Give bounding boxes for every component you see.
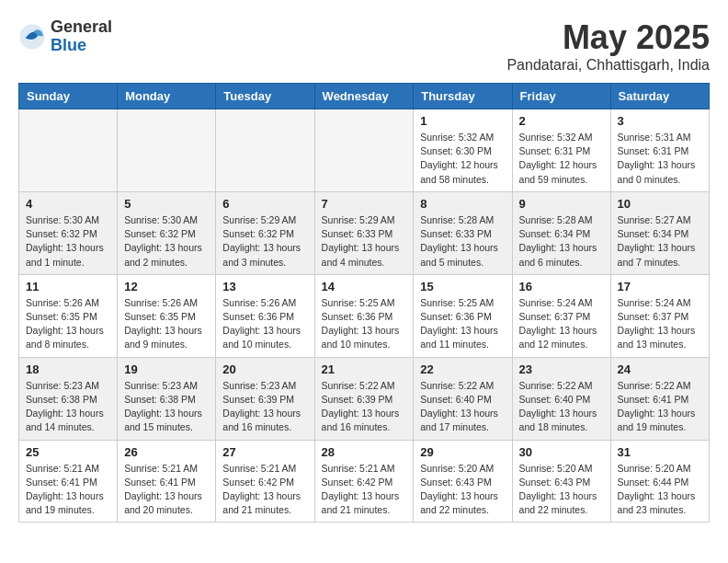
day-number: 7 — [322, 197, 407, 211]
day-info: Sunrise: 5:22 AMSunset: 6:39 PMDaylight:… — [322, 379, 407, 435]
day-number: 6 — [222, 197, 307, 211]
day-info: Sunrise: 5:25 AMSunset: 6:36 PMDaylight:… — [420, 296, 505, 352]
day-number: 24 — [618, 362, 702, 376]
weekday-header-saturday: Saturday — [610, 84, 709, 109]
day-info: Sunrise: 5:28 AMSunset: 6:33 PMDaylight:… — [420, 213, 505, 270]
day-info: Sunrise: 5:22 AMSunset: 6:40 PMDaylight:… — [420, 379, 505, 435]
calendar-cell: 5Sunrise: 5:30 AMSunset: 6:32 PMDaylight… — [118, 191, 216, 274]
calendar-week-row: 4Sunrise: 5:30 AMSunset: 6:32 PMDaylight… — [19, 191, 710, 274]
calendar-cell: 15Sunrise: 5:25 AMSunset: 6:36 PMDayligh… — [414, 274, 512, 357]
day-info: Sunrise: 5:25 AMSunset: 6:36 PMDaylight:… — [322, 296, 407, 352]
day-info: Sunrise: 5:26 AMSunset: 6:35 PMDaylight:… — [124, 296, 209, 352]
calendar-cell: 17Sunrise: 5:24 AMSunset: 6:37 PMDayligh… — [610, 274, 709, 357]
calendar-week-row: 25Sunrise: 5:21 AMSunset: 6:41 PMDayligh… — [19, 440, 710, 523]
day-number: 2 — [519, 114, 604, 128]
day-number: 1 — [420, 114, 505, 128]
weekday-header-thursday: Thursday — [414, 84, 512, 109]
day-number: 8 — [420, 197, 505, 211]
day-info: Sunrise: 5:21 AMSunset: 6:41 PMDaylight:… — [124, 462, 209, 518]
calendar-cell: 12Sunrise: 5:26 AMSunset: 6:35 PMDayligh… — [118, 274, 216, 357]
day-info: Sunrise: 5:26 AMSunset: 6:36 PMDaylight:… — [222, 296, 307, 352]
day-info: Sunrise: 5:30 AMSunset: 6:32 PMDaylight:… — [124, 213, 209, 270]
calendar-cell: 2Sunrise: 5:32 AMSunset: 6:31 PMDaylight… — [512, 109, 610, 192]
day-number: 29 — [420, 445, 505, 459]
day-info: Sunrise: 5:32 AMSunset: 6:30 PMDaylight:… — [420, 131, 505, 187]
day-number: 11 — [26, 280, 110, 293]
day-number: 31 — [618, 445, 702, 459]
calendar-cell — [216, 109, 314, 192]
calendar-cell: 3Sunrise: 5:31 AMSunset: 6:31 PMDaylight… — [610, 109, 709, 192]
day-info: Sunrise: 5:29 AMSunset: 6:32 PMDaylight:… — [222, 213, 307, 270]
day-number: 30 — [519, 445, 604, 459]
logo-general-text: General — [51, 18, 112, 37]
day-info: Sunrise: 5:28 AMSunset: 6:34 PMDaylight:… — [519, 213, 604, 270]
day-number: 4 — [26, 197, 110, 211]
day-info: Sunrise: 5:27 AMSunset: 6:34 PMDaylight:… — [618, 213, 702, 270]
day-number: 9 — [519, 197, 604, 211]
day-number: 20 — [222, 362, 307, 376]
day-info: Sunrise: 5:30 AMSunset: 6:32 PMDaylight:… — [26, 213, 110, 270]
location-subtitle: Pandatarai, Chhattisgarh, India — [506, 57, 710, 74]
day-number: 14 — [322, 280, 407, 293]
calendar-cell: 9Sunrise: 5:28 AMSunset: 6:34 PMDaylight… — [512, 191, 610, 274]
day-info: Sunrise: 5:23 AMSunset: 6:38 PMDaylight:… — [124, 379, 209, 435]
weekday-header-sunday: Sunday — [19, 84, 118, 109]
calendar-cell: 16Sunrise: 5:24 AMSunset: 6:37 PMDayligh… — [512, 274, 610, 357]
weekday-header-row: SundayMondayTuesdayWednesdayThursdayFrid… — [19, 84, 710, 109]
calendar-cell: 24Sunrise: 5:22 AMSunset: 6:41 PMDayligh… — [610, 357, 709, 440]
day-number: 3 — [618, 114, 702, 128]
calendar-cell: 23Sunrise: 5:22 AMSunset: 6:40 PMDayligh… — [512, 357, 610, 440]
calendar-cell: 22Sunrise: 5:22 AMSunset: 6:40 PMDayligh… — [414, 357, 512, 440]
calendar-cell: 29Sunrise: 5:20 AMSunset: 6:43 PMDayligh… — [414, 440, 512, 523]
day-number: 18 — [26, 362, 110, 376]
day-info: Sunrise: 5:23 AMSunset: 6:39 PMDaylight:… — [222, 379, 307, 435]
calendar-cell: 28Sunrise: 5:21 AMSunset: 6:42 PMDayligh… — [314, 440, 414, 523]
calendar-cell: 14Sunrise: 5:25 AMSunset: 6:36 PMDayligh… — [314, 274, 414, 357]
day-number: 22 — [420, 362, 505, 376]
logo-icon — [18, 23, 46, 51]
calendar-cell: 20Sunrise: 5:23 AMSunset: 6:39 PMDayligh… — [216, 357, 314, 440]
calendar-cell: 18Sunrise: 5:23 AMSunset: 6:38 PMDayligh… — [19, 357, 118, 440]
weekday-header-friday: Friday — [512, 84, 610, 109]
day-info: Sunrise: 5:21 AMSunset: 6:42 PMDaylight:… — [322, 462, 407, 518]
calendar-cell — [19, 109, 118, 192]
day-number: 13 — [222, 280, 307, 293]
day-info: Sunrise: 5:23 AMSunset: 6:38 PMDaylight:… — [26, 379, 110, 435]
day-number: 25 — [26, 445, 110, 459]
day-info: Sunrise: 5:29 AMSunset: 6:33 PMDaylight:… — [322, 213, 407, 270]
day-info: Sunrise: 5:26 AMSunset: 6:35 PMDaylight:… — [26, 296, 110, 352]
calendar-cell: 27Sunrise: 5:21 AMSunset: 6:42 PMDayligh… — [216, 440, 314, 523]
calendar-week-row: 11Sunrise: 5:26 AMSunset: 6:35 PMDayligh… — [19, 274, 710, 357]
day-number: 28 — [322, 445, 407, 459]
calendar-cell: 8Sunrise: 5:28 AMSunset: 6:33 PMDaylight… — [414, 191, 512, 274]
day-number: 26 — [124, 445, 209, 459]
day-number: 23 — [519, 362, 604, 376]
logo: General Blue — [18, 18, 112, 55]
day-number: 19 — [124, 362, 209, 376]
calendar-cell: 30Sunrise: 5:20 AMSunset: 6:43 PMDayligh… — [512, 440, 610, 523]
day-info: Sunrise: 5:31 AMSunset: 6:31 PMDaylight:… — [618, 131, 702, 187]
day-number: 21 — [322, 362, 407, 376]
day-info: Sunrise: 5:22 AMSunset: 6:41 PMDaylight:… — [618, 379, 702, 435]
day-number: 12 — [124, 280, 209, 293]
title-block: May 2025 Pandatarai, Chhattisgarh, India — [506, 18, 710, 74]
logo-blue-text: Blue — [51, 37, 112, 55]
day-info: Sunrise: 5:21 AMSunset: 6:41 PMDaylight:… — [26, 462, 110, 518]
calendar-cell — [314, 109, 414, 192]
day-number: 5 — [124, 197, 209, 211]
calendar-cell: 25Sunrise: 5:21 AMSunset: 6:41 PMDayligh… — [19, 440, 118, 523]
month-year-title: May 2025 — [506, 18, 710, 57]
weekday-header-tuesday: Tuesday — [216, 84, 314, 109]
calendar-cell: 26Sunrise: 5:21 AMSunset: 6:41 PMDayligh… — [118, 440, 216, 523]
day-info: Sunrise: 5:21 AMSunset: 6:42 PMDaylight:… — [222, 462, 307, 518]
calendar-cell — [118, 109, 216, 192]
calendar-cell: 4Sunrise: 5:30 AMSunset: 6:32 PMDaylight… — [19, 191, 118, 274]
calendar-cell: 7Sunrise: 5:29 AMSunset: 6:33 PMDaylight… — [314, 191, 414, 274]
calendar-table: SundayMondayTuesdayWednesdayThursdayFrid… — [18, 83, 710, 523]
day-number: 16 — [519, 280, 604, 293]
calendar-cell: 1Sunrise: 5:32 AMSunset: 6:30 PMDaylight… — [414, 109, 512, 192]
calendar-week-row: 18Sunrise: 5:23 AMSunset: 6:38 PMDayligh… — [19, 357, 710, 440]
day-info: Sunrise: 5:24 AMSunset: 6:37 PMDaylight:… — [519, 296, 604, 352]
weekday-header-monday: Monday — [118, 84, 216, 109]
day-info: Sunrise: 5:32 AMSunset: 6:31 PMDaylight:… — [519, 131, 604, 187]
